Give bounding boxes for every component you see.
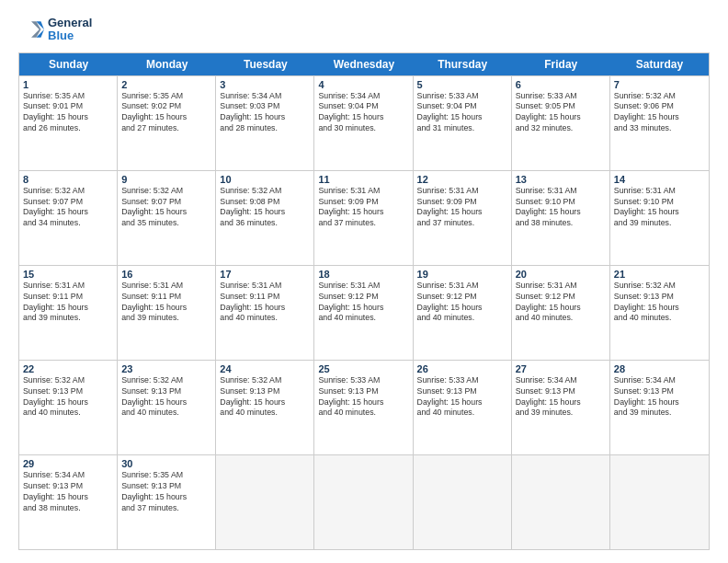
header-day: Wednesday [314, 53, 413, 75]
cell-info: Sunrise: 5:31 AMSunset: 9:12 PMDaylight:… [318, 281, 408, 325]
header-day: Thursday [414, 53, 512, 75]
cell-info: Sunrise: 5:32 AMSunset: 9:13 PMDaylight:… [220, 375, 310, 419]
day-number: 29 [23, 458, 113, 469]
day-number: 28 [614, 363, 705, 374]
day-number: 16 [121, 269, 211, 280]
day-number: 4 [318, 79, 408, 90]
cell-info: Sunrise: 5:35 AMSunset: 9:02 PMDaylight:… [121, 91, 211, 135]
calendar-cell: 9Sunrise: 5:32 AMSunset: 9:07 PMDaylight… [118, 171, 216, 265]
day-number: 27 [516, 363, 606, 374]
calendar-cell [414, 455, 512, 549]
day-number: 1 [23, 79, 113, 90]
day-number: 21 [614, 269, 705, 280]
cell-info: Sunrise: 5:33 AMSunset: 9:05 PMDaylight:… [516, 91, 606, 135]
day-number: 3 [220, 79, 310, 90]
calendar-cell: 10Sunrise: 5:32 AMSunset: 9:08 PMDayligh… [216, 171, 314, 265]
logo-icon [18, 17, 44, 42]
calendar-row: 15Sunrise: 5:31 AMSunset: 9:11 PMDayligh… [19, 265, 709, 360]
calendar-cell: 24Sunrise: 5:32 AMSunset: 9:13 PMDayligh… [216, 361, 314, 454]
day-number: 9 [121, 174, 211, 185]
cell-info: Sunrise: 5:34 AMSunset: 9:04 PMDaylight:… [318, 91, 408, 135]
cell-info: Sunrise: 5:33 AMSunset: 9:13 PMDaylight:… [417, 375, 507, 419]
calendar-row: 22Sunrise: 5:32 AMSunset: 9:13 PMDayligh… [19, 360, 709, 454]
calendar-cell: 1Sunrise: 5:35 AMSunset: 9:01 PMDaylight… [19, 76, 118, 170]
day-number: 22 [23, 363, 113, 374]
day-number: 17 [220, 269, 310, 280]
cell-info: Sunrise: 5:34 AMSunset: 9:13 PMDaylight:… [614, 375, 705, 419]
calendar-body: 1Sunrise: 5:35 AMSunset: 9:01 PMDaylight… [19, 75, 709, 549]
cell-info: Sunrise: 5:31 AMSunset: 9:10 PMDaylight:… [614, 186, 705, 230]
calendar-cell [314, 455, 413, 549]
cell-info: Sunrise: 5:32 AMSunset: 9:13 PMDaylight:… [23, 375, 113, 419]
day-number: 24 [220, 363, 310, 374]
calendar-cell: 19Sunrise: 5:31 AMSunset: 9:12 PMDayligh… [414, 266, 512, 360]
calendar-cell [610, 455, 709, 549]
header-day: Sunday [19, 53, 118, 75]
cell-info: Sunrise: 5:31 AMSunset: 9:10 PMDaylight:… [516, 186, 606, 230]
day-number: 14 [614, 174, 705, 185]
header-day: Saturday [610, 53, 709, 75]
calendar-cell: 20Sunrise: 5:31 AMSunset: 9:12 PMDayligh… [512, 266, 610, 360]
calendar-cell: 11Sunrise: 5:31 AMSunset: 9:09 PMDayligh… [314, 171, 413, 265]
day-number: 19 [417, 269, 507, 280]
logo: General Blue [18, 17, 92, 43]
cell-info: Sunrise: 5:32 AMSunset: 9:06 PMDaylight:… [614, 91, 705, 135]
cell-info: Sunrise: 5:34 AMSunset: 9:03 PMDaylight:… [220, 91, 310, 135]
day-number: 23 [121, 363, 211, 374]
cell-info: Sunrise: 5:32 AMSunset: 9:07 PMDaylight:… [121, 186, 211, 230]
cell-info: Sunrise: 5:34 AMSunset: 9:13 PMDaylight:… [516, 375, 606, 419]
calendar-cell: 15Sunrise: 5:31 AMSunset: 9:11 PMDayligh… [19, 266, 118, 360]
day-number: 5 [417, 79, 507, 90]
calendar-cell: 13Sunrise: 5:31 AMSunset: 9:10 PMDayligh… [512, 171, 610, 265]
calendar-row: 1Sunrise: 5:35 AMSunset: 9:01 PMDaylight… [19, 75, 709, 170]
calendar-cell: 25Sunrise: 5:33 AMSunset: 9:13 PMDayligh… [314, 361, 413, 454]
day-number: 6 [516, 79, 606, 90]
cell-info: Sunrise: 5:32 AMSunset: 9:13 PMDaylight:… [121, 375, 211, 419]
day-number: 8 [23, 174, 113, 185]
cell-info: Sunrise: 5:34 AMSunset: 9:13 PMDaylight:… [23, 470, 113, 514]
calendar-row: 29Sunrise: 5:34 AMSunset: 9:13 PMDayligh… [19, 454, 709, 549]
calendar-cell: 12Sunrise: 5:31 AMSunset: 9:09 PMDayligh… [414, 171, 512, 265]
cell-info: Sunrise: 5:32 AMSunset: 9:07 PMDaylight:… [23, 186, 113, 230]
calendar: SundayMondayTuesdayWednesdayThursdayFrid… [18, 52, 710, 550]
page: General Blue SundayMondayTuesdayWednesda… [0, 0, 728, 563]
cell-info: Sunrise: 5:35 AMSunset: 9:13 PMDaylight:… [121, 470, 211, 514]
header-day: Tuesday [216, 53, 314, 75]
calendar-cell: 21Sunrise: 5:32 AMSunset: 9:13 PMDayligh… [610, 266, 709, 360]
cell-info: Sunrise: 5:33 AMSunset: 9:04 PMDaylight:… [417, 91, 507, 135]
calendar-cell: 30Sunrise: 5:35 AMSunset: 9:13 PMDayligh… [118, 455, 216, 549]
calendar-cell: 22Sunrise: 5:32 AMSunset: 9:13 PMDayligh… [19, 361, 118, 454]
day-number: 15 [23, 269, 113, 280]
calendar-cell: 17Sunrise: 5:31 AMSunset: 9:11 PMDayligh… [216, 266, 314, 360]
day-number: 26 [417, 363, 507, 374]
cell-info: Sunrise: 5:32 AMSunset: 9:08 PMDaylight:… [220, 186, 310, 230]
cell-info: Sunrise: 5:32 AMSunset: 9:13 PMDaylight:… [614, 281, 705, 325]
header-day: Friday [512, 53, 610, 75]
calendar-cell: 18Sunrise: 5:31 AMSunset: 9:12 PMDayligh… [314, 266, 413, 360]
calendar-cell: 28Sunrise: 5:34 AMSunset: 9:13 PMDayligh… [610, 361, 709, 454]
day-number: 13 [516, 174, 606, 185]
cell-info: Sunrise: 5:31 AMSunset: 9:11 PMDaylight:… [23, 281, 113, 325]
calendar-cell: 3Sunrise: 5:34 AMSunset: 9:03 PMDaylight… [216, 76, 314, 170]
calendar-cell: 16Sunrise: 5:31 AMSunset: 9:11 PMDayligh… [118, 266, 216, 360]
calendar-cell: 2Sunrise: 5:35 AMSunset: 9:02 PMDaylight… [118, 76, 216, 170]
cell-info: Sunrise: 5:31 AMSunset: 9:11 PMDaylight:… [220, 281, 310, 325]
cell-info: Sunrise: 5:31 AMSunset: 9:11 PMDaylight:… [121, 281, 211, 325]
cell-info: Sunrise: 5:33 AMSunset: 9:13 PMDaylight:… [318, 375, 408, 419]
calendar-cell [216, 455, 314, 549]
calendar-cell: 26Sunrise: 5:33 AMSunset: 9:13 PMDayligh… [414, 361, 512, 454]
day-number: 30 [121, 458, 211, 469]
calendar-cell: 4Sunrise: 5:34 AMSunset: 9:04 PMDaylight… [314, 76, 413, 170]
calendar-cell: 7Sunrise: 5:32 AMSunset: 9:06 PMDaylight… [610, 76, 709, 170]
day-number: 12 [417, 174, 507, 185]
day-number: 18 [318, 269, 408, 280]
calendar-cell: 29Sunrise: 5:34 AMSunset: 9:13 PMDayligh… [19, 455, 118, 549]
cell-info: Sunrise: 5:31 AMSunset: 9:09 PMDaylight:… [318, 186, 408, 230]
calendar-cell: 6Sunrise: 5:33 AMSunset: 9:05 PMDaylight… [512, 76, 610, 170]
cell-info: Sunrise: 5:35 AMSunset: 9:01 PMDaylight:… [23, 91, 113, 135]
cell-info: Sunrise: 5:31 AMSunset: 9:09 PMDaylight:… [417, 186, 507, 230]
calendar-row: 8Sunrise: 5:32 AMSunset: 9:07 PMDaylight… [19, 170, 709, 265]
day-number: 25 [318, 363, 408, 374]
day-number: 20 [516, 269, 606, 280]
day-number: 10 [220, 174, 310, 185]
